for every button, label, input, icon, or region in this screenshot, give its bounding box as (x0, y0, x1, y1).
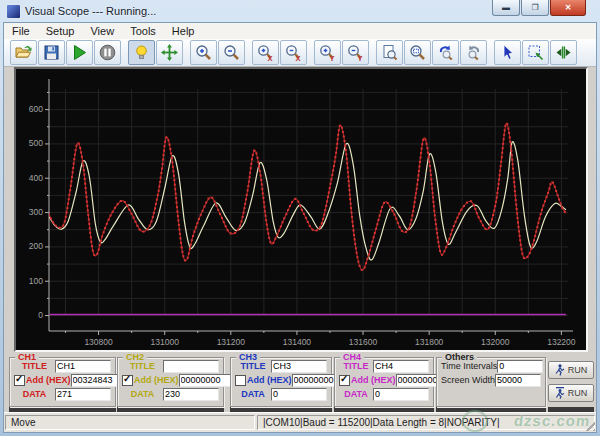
run-button[interactable] (66, 40, 93, 65)
ch4-data-input[interactable] (373, 388, 429, 401)
run-button-top[interactable]: RUN (548, 361, 594, 379)
others-panel: Others Time Intervals Screen Width (436, 357, 546, 407)
ch1-enable-checkbox[interactable] (14, 375, 25, 386)
data-label: DATA (14, 389, 55, 399)
zoom-out-button[interactable] (218, 40, 245, 65)
open-folder-icon (15, 44, 32, 61)
svg-text:400: 400 (29, 173, 43, 183)
zoom-window-icon (409, 44, 426, 61)
ch2-title-input[interactable] (163, 360, 219, 373)
run-button-label: RUN (568, 365, 588, 375)
undo-zoom-button[interactable] (432, 40, 459, 65)
svg-text:600: 600 (29, 104, 43, 114)
svg-text:200: 200 (29, 241, 43, 251)
center-markers-button[interactable] (550, 40, 577, 65)
menu-bar: File Setup View Tools Help (4, 23, 596, 40)
ch3-title-input[interactable] (271, 360, 327, 373)
add-hex-label: Add (HEX) (351, 375, 396, 385)
menu-setup[interactable]: Setup (38, 25, 83, 37)
save-floppy-icon (43, 44, 60, 61)
menu-help[interactable]: Help (164, 25, 203, 37)
ch1-data-input[interactable] (55, 388, 111, 401)
ch2-data-input[interactable] (163, 388, 219, 401)
runner-icon (555, 364, 565, 376)
ch3-enable-checkbox[interactable] (235, 375, 246, 386)
channel-legend: CH4 (340, 352, 364, 362)
run-button-label: RUN (568, 388, 588, 398)
svg-text:100: 100 (29, 276, 43, 286)
move-arrows-icon (161, 44, 178, 61)
zoom-x-out-button[interactable]: X (280, 40, 307, 65)
pointer-button[interactable] (494, 40, 521, 65)
close-button[interactable]: ✕ (550, 0, 586, 16)
scope-chart-panel[interactable]: 0100200300400500600130800131000131200131… (14, 67, 588, 352)
menu-file[interactable]: File (4, 25, 38, 37)
run-button-bottom[interactable]: RUN (548, 384, 594, 402)
zoom-out-icon (223, 44, 240, 61)
channel-panel-ch2: CH2 TITLE Add (HEX) DATA (117, 357, 224, 407)
select-region-button[interactable] (522, 40, 549, 65)
channel-legend: CH2 (123, 352, 147, 362)
pause-button[interactable] (94, 40, 121, 65)
svg-text:131000: 131000 (151, 337, 180, 347)
toolbar: X X Y Y (4, 39, 596, 67)
menu-view[interactable]: View (82, 25, 122, 37)
play-icon (71, 44, 88, 61)
svg-text:Y: Y (330, 54, 335, 62)
svg-text:X: X (268, 54, 273, 62)
save-button[interactable] (38, 40, 65, 65)
redo-zoom-button[interactable] (460, 40, 487, 65)
fit-page-button[interactable] (376, 40, 403, 65)
menu-tools[interactable]: Tools (122, 25, 164, 37)
ch4-enable-checkbox[interactable] (339, 375, 350, 386)
svg-text:X: X (296, 54, 301, 62)
zoom-y-in-button[interactable]: Y (314, 40, 341, 65)
svg-text:130800: 130800 (84, 337, 113, 347)
pause-icon (99, 44, 116, 61)
move-button[interactable] (156, 40, 183, 65)
maximize-button[interactable]: ❐ (521, 0, 549, 16)
svg-text:132200: 132200 (547, 337, 576, 347)
zoom-x-in-icon: X (257, 44, 274, 61)
client-area: File Setup View Tools Help X X Y Y (3, 22, 597, 433)
channel-panel-ch1: CH1 TITLE Add (HEX) DATA (9, 357, 116, 407)
fit-page-icon (381, 44, 398, 61)
data-label: DATA (122, 389, 163, 399)
svg-text:300: 300 (29, 207, 43, 217)
run-buttons-column: RUN RUN (548, 361, 594, 407)
others-legend: Others (442, 352, 477, 362)
open-button[interactable] (10, 40, 37, 65)
select-region-icon (527, 44, 544, 61)
app-window: Visual Scope --- Running... ▬ ❐ ✕ File S… (0, 0, 600, 436)
screen-width-input[interactable] (495, 374, 541, 387)
zoom-x-in-button[interactable]: X (252, 40, 279, 65)
center-markers-icon (555, 44, 572, 61)
ch3-data-input[interactable] (271, 388, 327, 401)
light-button[interactable] (128, 40, 155, 65)
ch2-enable-checkbox[interactable] (122, 375, 133, 386)
zoom-y-out-button[interactable]: Y (342, 40, 369, 65)
zoom-window-button[interactable] (404, 40, 431, 65)
minimize-button[interactable]: ▬ (492, 0, 520, 16)
svg-text:132000: 132000 (481, 337, 510, 347)
zoom-x-out-icon: X (285, 44, 302, 61)
waveform-chart: 0100200300400500600130800131000131200131… (16, 69, 586, 350)
zoom-y-out-icon: Y (347, 44, 364, 61)
zoom-in-button[interactable] (190, 40, 217, 65)
data-label: DATA (235, 389, 271, 399)
title-label: TITLE (14, 361, 55, 371)
screen-width-label: Screen Width (441, 375, 495, 385)
ch1-title-input[interactable] (55, 360, 111, 373)
channel-legend: CH3 (236, 352, 260, 362)
ch2-add-hex-input[interactable] (179, 374, 235, 387)
svg-text:131800: 131800 (415, 337, 444, 347)
pointer-arrow-icon (499, 44, 516, 61)
data-label: DATA (339, 389, 373, 399)
redo-zoom-icon (465, 44, 482, 61)
svg-text:0: 0 (38, 310, 43, 320)
title-bar[interactable]: Visual Scope --- Running... ▬ ❐ ✕ (0, 0, 600, 22)
window-title: Visual Scope --- Running... (25, 5, 156, 17)
status-mode: Move (5, 415, 255, 430)
ch4-title-input[interactable] (373, 360, 429, 373)
time-intervals-input[interactable] (497, 360, 543, 373)
